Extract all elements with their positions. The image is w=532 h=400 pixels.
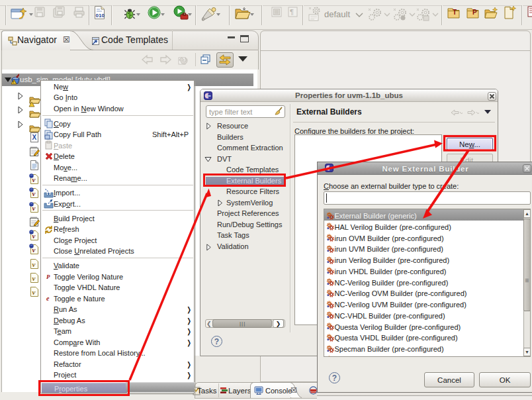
svg-text:!: ! bbox=[13, 80, 15, 84]
svg-text:010: 010 bbox=[96, 13, 105, 19]
svg-text:¶: ¶ bbox=[290, 8, 294, 16]
svg-text:e: e bbox=[46, 295, 50, 302]
svg-text:T: T bbox=[453, 9, 457, 16]
svg-text:P: P bbox=[472, 9, 477, 16]
svg-text:P: P bbox=[46, 274, 50, 280]
